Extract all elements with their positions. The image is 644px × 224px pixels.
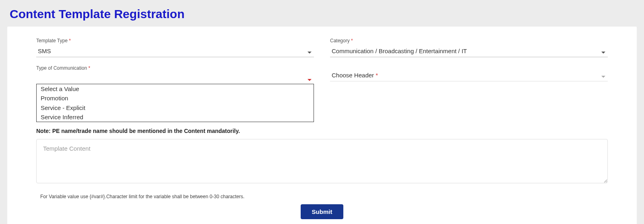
type-of-communication-value [38, 75, 39, 82]
chevron-down-icon [601, 73, 605, 77]
chevron-down-icon [308, 77, 312, 81]
field-choose-header: Choose Header * [330, 69, 608, 84]
field-category: Category * Communication / Broadcasting … [330, 38, 608, 57]
category-select[interactable]: Communication / Broadcasting / Entertain… [330, 45, 608, 57]
label-text: Category [330, 38, 350, 44]
template-content-textarea[interactable] [36, 139, 608, 183]
type-of-communication-select[interactable] [36, 73, 314, 84]
helper-text: For Variable value use {#var#}.Character… [36, 194, 608, 199]
label-text: Type of Communication [36, 65, 87, 71]
dropdown-option[interactable]: Service Inferred [37, 112, 314, 122]
note-text: Note: PE name/trade name should be menti… [36, 128, 608, 134]
submit-button[interactable]: Submit [301, 204, 344, 219]
choose-header-label-text: Choose Header [332, 72, 374, 79]
form-card: Template Type * SMS Category * Communica… [7, 27, 637, 224]
template-type-select[interactable]: SMS [36, 45, 314, 57]
label-text: Template Type [36, 38, 68, 44]
category-value: Communication / Broadcasting / Entertain… [332, 48, 467, 54]
type-of-communication-dropdown: Select a Value Promotion Service - Expli… [36, 84, 314, 122]
chevron-down-icon [601, 49, 605, 53]
dropdown-option[interactable]: Select a Value [37, 84, 314, 93]
field-type-of-communication: Type of Communication * Select a Value P… [36, 65, 314, 84]
required-star: * [69, 38, 71, 44]
field-template-type: Template Type * SMS [36, 38, 314, 57]
page-title: Content Template Registration [0, 0, 644, 27]
chevron-down-icon [308, 49, 312, 53]
category-label: Category * [330, 38, 608, 44]
dropdown-option[interactable]: Promotion [37, 93, 314, 103]
required-star: * [351, 38, 353, 44]
template-type-value: SMS [38, 48, 51, 54]
required-star: * [88, 65, 90, 71]
choose-header-select[interactable]: Choose Header * [330, 69, 608, 81]
type-of-communication-label: Type of Communication * [36, 65, 314, 71]
required-star: * [376, 72, 378, 79]
dropdown-option[interactable]: Service - Explicit [37, 103, 314, 112]
template-type-label: Template Type * [36, 38, 314, 44]
